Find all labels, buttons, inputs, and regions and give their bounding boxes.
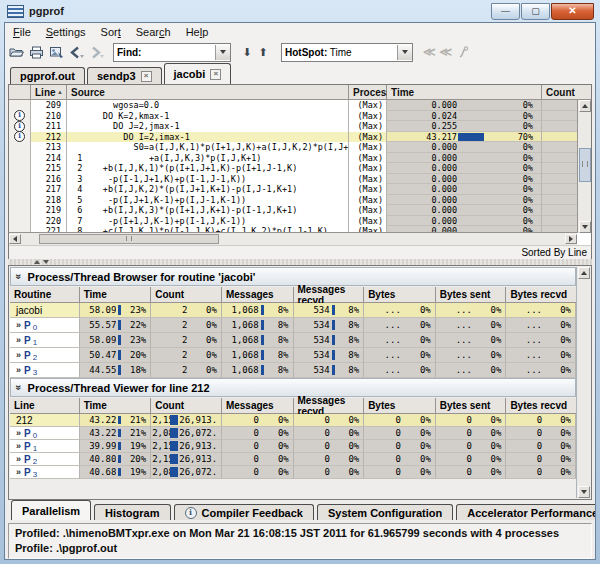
source-row[interactable]: 219 6 +b(I,J,K,3)*(p(I+1,J,K+1)-p(I-1,J,… xyxy=(9,205,591,216)
hotspot-prev-icon[interactable]: ≪ xyxy=(440,45,453,59)
source-row[interactable]: i210 DO K=2,kmax-1(Max)0.0240% xyxy=(9,111,591,122)
menu-help[interactable]: Help xyxy=(186,26,209,38)
column-header-bytes-recvd[interactable]: Bytes recvd xyxy=(506,287,576,303)
tab-histogram[interactable]: Histogram xyxy=(94,504,170,520)
pane-vertical-scrollbar[interactable] xyxy=(576,267,590,498)
scroll-down-button[interactable] xyxy=(578,486,590,498)
open-icon[interactable] xyxy=(8,44,25,60)
column-header-messages-recvd[interactable]: Messages recvd xyxy=(294,287,365,303)
table-row[interactable]: »P240.8020%2,153...26,913.00%00%00%00%00… xyxy=(10,453,576,466)
source-row[interactable]: 209 wgosa=0.0(Max)0.0000% xyxy=(9,100,591,111)
column-header-bytes-recvd[interactable]: Bytes recvd xyxy=(506,398,576,414)
column-header-time[interactable]: Time xyxy=(80,287,152,303)
hotspot-dropdown-button[interactable] xyxy=(397,45,412,60)
table-row[interactable]: »P250.4720%20%1,0688%5348%...0%...0%...0… xyxy=(10,348,576,363)
menu-settings[interactable]: Settings xyxy=(46,26,86,38)
minimize-button[interactable]: — xyxy=(491,3,520,20)
viewer-section-header[interactable]: » Process/Thread Viewer for line 212 xyxy=(10,378,576,397)
expand-icon[interactable]: » xyxy=(16,350,21,360)
hotspot-first-icon[interactable]: ≪ xyxy=(423,45,436,59)
column-header-count[interactable]: Count xyxy=(151,287,222,303)
column-header-source[interactable]: Source xyxy=(67,85,349,100)
tab-jacobi[interactable]: jacobi× xyxy=(164,63,232,84)
find-dropdown-button[interactable] xyxy=(215,45,230,60)
back-icon[interactable] xyxy=(68,44,85,60)
expand-icon[interactable]: » xyxy=(16,467,21,477)
scroll-left-button[interactable] xyxy=(9,234,21,244)
column-header-bytes-sent[interactable]: Bytes sent xyxy=(436,287,507,303)
table-row[interactable]: »P344.5518%20%1,0688%5348%...0%...0%...0… xyxy=(10,363,576,378)
export-image-icon[interactable] xyxy=(48,44,65,60)
find-prev-button[interactable]: ⬆ xyxy=(255,44,271,60)
source-row[interactable]: 220 7 -p(I+1,J,K-1)+p(I-1,J,K-1))(Max)0.… xyxy=(9,216,591,227)
column-header-time[interactable]: Time xyxy=(80,398,152,414)
column-header-bytes[interactable]: Bytes xyxy=(364,398,436,414)
column-header-bytes[interactable]: Bytes xyxy=(364,287,436,303)
source-vertical-scrollbar[interactable] xyxy=(577,100,591,233)
info-icon[interactable]: i xyxy=(14,121,25,132)
source-row[interactable]: 213 S0=a(I,J,K,1)*p(I+1,J,K)+a(I,J,K,2)*… xyxy=(9,142,591,153)
find-combo[interactable]: Find: xyxy=(113,43,231,62)
tab-parallelism[interactable]: Parallelism xyxy=(11,500,91,520)
source-row[interactable]: i212 DO I=2,imax-1(Max)43.21770%2 xyxy=(9,132,591,143)
scroll-up-button[interactable] xyxy=(578,267,590,279)
source-row[interactable]: 214 1 +a(I,J,K,3)*p(I,J,K+1)(Max)0.0000% xyxy=(9,153,591,164)
column-header-messages[interactable]: Messages xyxy=(222,398,294,414)
column-header-messages[interactable]: Messages xyxy=(222,287,294,303)
info-icon[interactable]: i xyxy=(14,110,25,121)
expand-icon[interactable]: » xyxy=(16,441,21,451)
source-row[interactable]: 217 4 +b(I,J,K,2)*(p(I,J+1,K+1)-p(I,J-1,… xyxy=(9,184,591,195)
hotspot-combo[interactable]: HotSpot: Time xyxy=(281,43,413,62)
scroll-up-button[interactable] xyxy=(579,100,591,112)
column-header-messages-recvd[interactable]: Messages recvd xyxy=(294,398,365,414)
close-tab-icon[interactable]: × xyxy=(210,69,221,80)
scroll-right-button[interactable] xyxy=(565,234,577,244)
table-row[interactable]: »P340.6819%2,085...26,072.00%00%00%00%00… xyxy=(10,466,576,479)
expand-icon[interactable]: » xyxy=(16,320,21,330)
source-row[interactable]: 216 3 -p(I-1,J+1,K)+p(I-1,J-1,K))(Max)0.… xyxy=(9,174,591,185)
table-row[interactable]: »P043.2221%2,085...26,072.00%00%00%00%00… xyxy=(10,427,576,440)
splitter-up-icon[interactable] xyxy=(34,260,40,264)
info-icon[interactable]: i xyxy=(14,131,25,142)
close-tab-icon[interactable]: × xyxy=(141,71,152,82)
source-hscrollbar-thumb[interactable] xyxy=(39,234,219,244)
browser-section-header[interactable]: » Process/Thread Browser for routine 'ja… xyxy=(10,267,576,286)
tab-pgprof-out[interactable]: pgprof.out xyxy=(10,67,85,84)
menu-search[interactable]: Search xyxy=(136,26,171,38)
menu-sort[interactable]: Sort xyxy=(101,26,121,38)
table-row[interactable]: »P139.9919%2,153...26,913.00%00%00%00%00… xyxy=(10,440,576,453)
tab-compiler-feedback[interactable]: iCompiler Feedback xyxy=(174,504,314,520)
find-next-button[interactable]: ⬇ xyxy=(239,44,255,60)
expand-icon[interactable]: » xyxy=(16,428,21,438)
hotspot-pin-icon[interactable] xyxy=(455,44,472,60)
collapse-icon[interactable]: » xyxy=(13,385,24,391)
table-row[interactable]: »P055.5722%20%1,0688%5348%...0%...0%...0… xyxy=(10,318,576,333)
table-row[interactable]: »P158.0923%20%1,0688%5348%...0%...0%...0… xyxy=(10,333,576,348)
column-header-count[interactable]: Count xyxy=(542,85,591,100)
print-icon[interactable] xyxy=(28,44,45,60)
column-header-process[interactable]: Process xyxy=(349,85,387,100)
source-scrollbar-thumb[interactable] xyxy=(579,148,591,182)
column-header-line[interactable]: Line▲ xyxy=(31,85,67,100)
title-bar[interactable]: pgprof — ▢ ✕ xyxy=(0,0,600,22)
expand-icon[interactable]: » xyxy=(16,454,21,464)
source-row[interactable]: i211 DO J=2,jmax-1(Max)0.2550%2 xyxy=(9,121,591,132)
forward-icon[interactable] xyxy=(88,44,105,60)
expand-icon[interactable]: » xyxy=(16,335,21,345)
scroll-down-button[interactable] xyxy=(579,221,591,233)
source-horizontal-scrollbar[interactable] xyxy=(9,232,577,245)
tab-accelerator-performance[interactable]: Accelerator Performance xyxy=(456,504,596,520)
splitter-down-icon[interactable] xyxy=(43,260,49,264)
expand-icon[interactable]: » xyxy=(16,365,21,375)
table-row[interactable]: jacobi58.0923%20%1,0688%5348%...0%...0%.… xyxy=(10,303,576,318)
column-header-line[interactable]: Line xyxy=(10,398,80,414)
source-row[interactable]: 215 2 +b(I,J,K,1)*(p(I+1,J+1,K)-p(I+1,J-… xyxy=(9,163,591,174)
close-button[interactable]: ✕ xyxy=(551,3,594,20)
maximize-button[interactable]: ▢ xyxy=(521,3,550,20)
column-header-bytes-sent[interactable]: Bytes sent xyxy=(436,398,507,414)
column-header-time[interactable]: Time xyxy=(387,85,542,100)
menu-file[interactable]: File xyxy=(13,26,31,38)
source-row[interactable]: 218 5 -p(I,J+1,K-1)+p(I,J-1,K-1))(Max)0.… xyxy=(9,195,591,206)
collapse-icon[interactable]: » xyxy=(13,274,24,280)
column-header-routine[interactable]: Routine xyxy=(10,287,80,303)
